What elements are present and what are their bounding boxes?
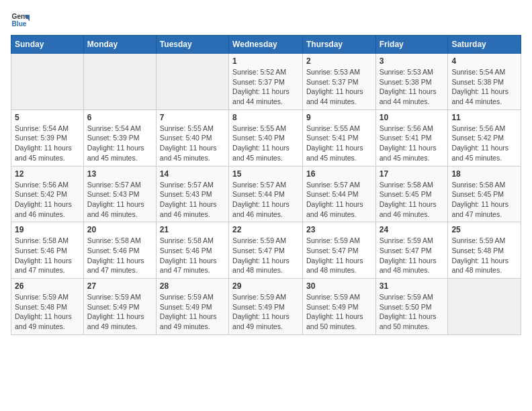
day-cell: 19Sunrise: 5:58 AMSunset: 5:46 PMDayligh…: [11, 222, 84, 279]
day-number: 18: [451, 169, 517, 179]
day-cell: 10Sunrise: 5:56 AMSunset: 5:41 PMDayligh…: [375, 109, 448, 166]
day-number: 5: [15, 113, 80, 122]
day-cell: 23Sunrise: 5:59 AMSunset: 5:47 PMDayligh…: [302, 222, 375, 279]
day-cell: 4Sunrise: 5:54 AMSunset: 5:38 PMDaylight…: [448, 54, 521, 110]
day-info: Sunrise: 5:58 AMSunset: 5:45 PMDaylight:…: [451, 180, 517, 220]
day-info: Sunrise: 5:59 AMSunset: 5:47 PMDaylight:…: [306, 236, 372, 275]
day-cell: 5Sunrise: 5:54 AMSunset: 5:39 PMDaylight…: [11, 109, 84, 166]
day-cell: 1Sunrise: 5:52 AMSunset: 5:37 PMDaylight…: [229, 54, 303, 110]
day-cell: 27Sunrise: 5:59 AMSunset: 5:49 PMDayligh…: [83, 279, 156, 335]
day-cell: 24Sunrise: 5:59 AMSunset: 5:47 PMDayligh…: [375, 222, 448, 279]
day-number: 24: [380, 225, 445, 234]
day-cell: 13Sunrise: 5:57 AMSunset: 5:43 PMDayligh…: [83, 166, 156, 222]
day-number: 29: [232, 281, 299, 291]
day-info: Sunrise: 5:58 AMSunset: 5:46 PMDaylight:…: [87, 236, 152, 275]
logo: General Blue: [11, 11, 30, 30]
day-cell: 6Sunrise: 5:54 AMSunset: 5:39 PMDaylight…: [83, 109, 156, 166]
day-number: 20: [87, 225, 152, 234]
day-info: Sunrise: 5:58 AMSunset: 5:46 PMDaylight:…: [160, 236, 225, 275]
day-number: 22: [232, 225, 299, 234]
day-info: Sunrise: 5:59 AMSunset: 5:49 PMDaylight:…: [87, 292, 152, 332]
logo-icon: General Blue: [11, 11, 30, 30]
day-info: Sunrise: 5:54 AMSunset: 5:39 PMDaylight:…: [15, 124, 80, 163]
day-number: 13: [87, 169, 152, 179]
day-number: 4: [451, 56, 517, 66]
day-number: 28: [160, 281, 225, 291]
day-info: Sunrise: 5:58 AMSunset: 5:46 PMDaylight:…: [15, 236, 80, 275]
day-info: Sunrise: 5:54 AMSunset: 5:39 PMDaylight:…: [87, 124, 152, 163]
day-cell: 31Sunrise: 5:59 AMSunset: 5:50 PMDayligh…: [375, 279, 448, 335]
day-cell: 26Sunrise: 5:59 AMSunset: 5:48 PMDayligh…: [11, 279, 84, 335]
day-info: Sunrise: 5:57 AMSunset: 5:43 PMDaylight:…: [87, 180, 152, 220]
day-cell: 16Sunrise: 5:57 AMSunset: 5:44 PMDayligh…: [302, 166, 375, 222]
day-number: 1: [232, 56, 299, 66]
day-number: 7: [160, 113, 225, 122]
day-number: 3: [380, 56, 445, 66]
day-number: 8: [232, 113, 299, 122]
day-number: 2: [306, 56, 372, 66]
day-cell: 2Sunrise: 5:53 AMSunset: 5:37 PMDaylight…: [302, 54, 375, 110]
day-info: Sunrise: 5:59 AMSunset: 5:48 PMDaylight:…: [451, 236, 517, 275]
header-cell-wednesday: Wednesday: [229, 36, 303, 54]
day-number: 6: [87, 113, 152, 122]
day-info: Sunrise: 5:57 AMSunset: 5:44 PMDaylight:…: [306, 180, 372, 220]
day-info: Sunrise: 5:56 AMSunset: 5:42 PMDaylight:…: [451, 124, 517, 163]
day-cell: 7Sunrise: 5:55 AMSunset: 5:40 PMDaylight…: [156, 109, 228, 166]
day-cell: 11Sunrise: 5:56 AMSunset: 5:42 PMDayligh…: [448, 109, 521, 166]
day-cell: 18Sunrise: 5:58 AMSunset: 5:45 PMDayligh…: [448, 166, 521, 222]
day-info: Sunrise: 5:55 AMSunset: 5:40 PMDaylight:…: [160, 124, 225, 163]
day-cell: 25Sunrise: 5:59 AMSunset: 5:48 PMDayligh…: [448, 222, 521, 279]
day-number: 31: [380, 281, 445, 291]
day-info: Sunrise: 5:56 AMSunset: 5:41 PMDaylight:…: [380, 124, 445, 163]
day-cell: [83, 54, 156, 110]
day-info: Sunrise: 5:59 AMSunset: 5:49 PMDaylight:…: [232, 292, 299, 332]
day-cell: 28Sunrise: 5:59 AMSunset: 5:49 PMDayligh…: [156, 279, 228, 335]
calendar-table: SundayMondayTuesdayWednesdayThursdayFrid…: [11, 35, 521, 335]
day-info: Sunrise: 5:57 AMSunset: 5:44 PMDaylight:…: [232, 180, 299, 220]
day-info: Sunrise: 5:59 AMSunset: 5:50 PMDaylight:…: [380, 292, 445, 332]
day-number: 30: [306, 281, 372, 291]
day-cell: 17Sunrise: 5:58 AMSunset: 5:45 PMDayligh…: [375, 166, 448, 222]
day-number: 17: [380, 169, 445, 179]
day-cell: 29Sunrise: 5:59 AMSunset: 5:49 PMDayligh…: [229, 279, 303, 335]
day-cell: [448, 279, 521, 335]
day-number: 21: [160, 225, 225, 234]
day-info: Sunrise: 5:52 AMSunset: 5:37 PMDaylight:…: [232, 67, 299, 107]
day-info: Sunrise: 5:53 AMSunset: 5:38 PMDaylight:…: [380, 67, 445, 107]
day-number: 10: [380, 113, 445, 122]
header-row: SundayMondayTuesdayWednesdayThursdayFrid…: [11, 36, 521, 54]
day-info: Sunrise: 5:59 AMSunset: 5:47 PMDaylight:…: [232, 236, 299, 275]
day-number: 19: [15, 225, 80, 234]
day-cell: 3Sunrise: 5:53 AMSunset: 5:38 PMDaylight…: [375, 54, 448, 110]
day-cell: 20Sunrise: 5:58 AMSunset: 5:46 PMDayligh…: [83, 222, 156, 279]
day-cell: 22Sunrise: 5:59 AMSunset: 5:47 PMDayligh…: [229, 222, 303, 279]
day-cell: [11, 54, 84, 110]
day-cell: 15Sunrise: 5:57 AMSunset: 5:44 PMDayligh…: [229, 166, 303, 222]
header-cell-thursday: Thursday: [302, 36, 375, 54]
day-number: 11: [451, 113, 517, 122]
week-row-5: 26Sunrise: 5:59 AMSunset: 5:48 PMDayligh…: [11, 279, 521, 335]
day-number: 9: [306, 113, 372, 122]
week-row-4: 19Sunrise: 5:58 AMSunset: 5:46 PMDayligh…: [11, 222, 521, 279]
day-info: Sunrise: 5:58 AMSunset: 5:45 PMDaylight:…: [380, 180, 445, 220]
day-number: 26: [15, 281, 80, 291]
day-number: 12: [15, 169, 80, 179]
day-number: 16: [306, 169, 372, 179]
week-row-1: 1Sunrise: 5:52 AMSunset: 5:37 PMDaylight…: [11, 54, 521, 110]
day-info: Sunrise: 5:55 AMSunset: 5:41 PMDaylight:…: [306, 124, 372, 163]
page-header: General Blue: [11, 11, 521, 30]
day-info: Sunrise: 5:59 AMSunset: 5:49 PMDaylight:…: [160, 292, 225, 332]
day-number: 25: [451, 225, 517, 234]
day-number: 27: [87, 281, 152, 291]
day-cell: [156, 54, 228, 110]
day-number: 15: [232, 169, 299, 179]
day-cell: 12Sunrise: 5:56 AMSunset: 5:42 PMDayligh…: [11, 166, 84, 222]
day-info: Sunrise: 5:57 AMSunset: 5:43 PMDaylight:…: [160, 180, 225, 220]
week-row-3: 12Sunrise: 5:56 AMSunset: 5:42 PMDayligh…: [11, 166, 521, 222]
day-cell: 8Sunrise: 5:55 AMSunset: 5:40 PMDaylight…: [229, 109, 303, 166]
day-cell: 21Sunrise: 5:58 AMSunset: 5:46 PMDayligh…: [156, 222, 228, 279]
day-cell: 9Sunrise: 5:55 AMSunset: 5:41 PMDaylight…: [302, 109, 375, 166]
day-info: Sunrise: 5:55 AMSunset: 5:40 PMDaylight:…: [232, 124, 299, 163]
day-info: Sunrise: 5:54 AMSunset: 5:38 PMDaylight:…: [451, 67, 517, 107]
day-info: Sunrise: 5:59 AMSunset: 5:49 PMDaylight:…: [306, 292, 372, 332]
